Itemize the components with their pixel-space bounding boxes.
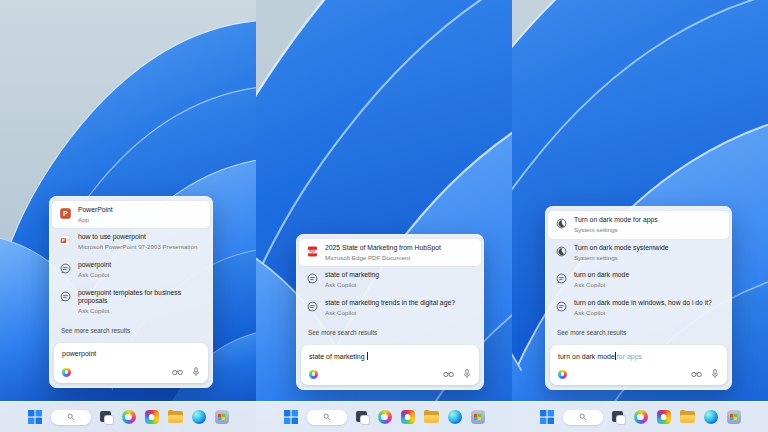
photos-app-icon [145,410,159,424]
microsoft-store-icon [727,410,741,424]
result-title: turn on dark mode [574,271,629,280]
taskbar-item-microsoft-store[interactable] [215,410,229,424]
result-title: powerpoint templates for business propos… [78,289,203,307]
result-subtitle: System settings [574,254,669,262]
goggles-glyph [691,370,702,378]
taskbar-item-copilot[interactable] [634,410,648,424]
ask-copilot-chat-icon [307,273,318,284]
search-input-box[interactable]: powerpoint [54,343,208,383]
taskbar [512,401,768,432]
result-subtitle: App [78,216,113,224]
search-result-row[interactable]: powerpointAsk Copilot [52,256,210,284]
taskbar-item-task-view[interactable] [100,411,113,424]
taskbar-item-file-explorer[interactable] [168,411,183,423]
start-button-icon [284,410,298,424]
search-results-list: Turn on dark mode for appsSystem setting… [548,209,729,321]
microphone-icon[interactable] [192,367,200,377]
taskbar-item-edge[interactable] [448,410,462,424]
microsoft-store-icon [215,410,229,424]
search-input-box[interactable]: turn on dark modefor apps [550,345,727,385]
taskbar [256,401,512,432]
taskbar-item-edge[interactable] [704,410,718,424]
powerpoint-app-icon: P [60,208,71,219]
taskbar-item-start[interactable] [28,410,42,424]
taskbar-item-photos[interactable] [401,410,415,424]
search-result-row[interactable]: PDF2025 State of Marketing from HubSpotM… [299,239,481,267]
task-view-icon [356,411,369,424]
microphone-icon[interactable] [711,369,719,379]
taskbar-item-start[interactable] [284,410,298,424]
taskbar-item-file-explorer[interactable] [680,411,695,423]
taskbar-item-search[interactable] [563,410,603,425]
result-title: state of marketing [325,271,379,280]
taskbar-item-search[interactable] [307,410,347,425]
result-subtitle: Microsoft PowerPoint 97-2003 Presentatio… [78,243,197,251]
search-result-row[interactable]: state of marketingAsk Copilot [299,266,481,294]
dark-mode-moon-icon [556,218,567,229]
search-result-row[interactable]: turn on dark mode in windows, how do i d… [548,294,729,322]
taskbar-item-copilot[interactable] [378,410,392,424]
result-title: state of marketing trends in the digital… [325,299,455,308]
microphone-glyph [192,367,200,377]
result-subtitle: Ask Copilot [574,309,712,317]
search-result-row[interactable]: Turn on dark mode systemwideSystem setti… [548,239,729,267]
screen-dark-mode-search: Turn on dark mode for appsSystem setting… [512,0,768,432]
taskbar-item-file-explorer[interactable] [424,411,439,423]
file-explorer-icon [680,411,695,423]
pdf-file-icon: PDF [307,246,318,257]
result-subtitle: Ask Copilot [78,307,203,315]
taskbar-item-task-view[interactable] [612,411,625,424]
edge-browser-icon [192,410,206,424]
visual-search-goggles-icon[interactable] [172,368,183,376]
search-result-row[interactable]: PPowerPointApp [52,201,210,229]
edge-browser-icon [448,410,462,424]
search-result-row[interactable]: Turn on dark mode for appsSystem setting… [548,211,729,239]
result-title: Turn on dark mode systemwide [574,244,669,253]
result-title: turn on dark mode in windows, how do i d… [574,299,712,308]
visual-search-goggles-icon[interactable] [443,370,454,378]
result-title: powerpoint [78,261,111,270]
taskbar-search-pill-icon [51,410,91,425]
taskbar-item-photos[interactable] [145,410,159,424]
photos-app-icon [401,410,415,424]
ask-copilot-chat-icon [60,291,71,302]
search-input-text: state of marketing [309,353,367,360]
see-more-results-link[interactable]: See more search results [548,322,729,344]
taskbar-item-copilot[interactable] [122,410,136,424]
search-input-text: turn on dark mode [558,353,615,360]
copilot-logo-icon[interactable] [62,368,71,377]
copilot-logo-icon[interactable] [558,370,567,379]
taskbar-item-search[interactable] [51,410,91,425]
see-more-results-link[interactable]: See more search results [52,320,210,342]
result-subtitle: Ask Copilot [574,281,629,289]
see-more-results-link[interactable]: See more search results [299,322,481,344]
taskbar-item-edge[interactable] [192,410,206,424]
search-result-row[interactable]: state of marketing trends in the digital… [299,294,481,322]
taskbar [0,401,256,432]
search-flyout: PPowerPointApp P how to use powerpointMi… [49,196,213,388]
search-input-text: powerpoint [62,350,96,357]
task-view-icon [612,411,625,424]
result-subtitle: System settings [574,226,658,234]
taskbar-search-pill-icon [563,410,603,425]
copilot-taskbar-icon [122,410,136,424]
search-result-row[interactable]: turn on dark modeAsk Copilot [548,266,729,294]
taskbar-item-microsoft-store[interactable] [727,410,741,424]
copilot-logo-icon[interactable] [309,370,318,379]
search-input-box[interactable]: state of marketing [301,345,479,385]
task-view-icon [100,411,113,424]
taskbar-item-start[interactable] [540,410,554,424]
taskbar-item-task-view[interactable] [356,411,369,424]
taskbar-item-microsoft-store[interactable] [471,410,485,424]
result-title: PowerPoint [78,206,113,215]
result-subtitle: Microsoft Edge PDF Document [325,254,441,262]
microphone-icon[interactable] [463,369,471,379]
dark-mode-moon-icon [556,246,567,257]
result-subtitle: Ask Copilot [325,309,455,317]
search-result-row[interactable]: powerpoint templates for business propos… [52,284,210,320]
goggles-glyph [443,370,454,378]
ask-copilot-chat-icon [60,263,71,274]
visual-search-goggles-icon[interactable] [691,370,702,378]
search-result-row[interactable]: P how to use powerpointMicrosoft PowerPo… [52,228,210,256]
taskbar-item-photos[interactable] [657,410,671,424]
